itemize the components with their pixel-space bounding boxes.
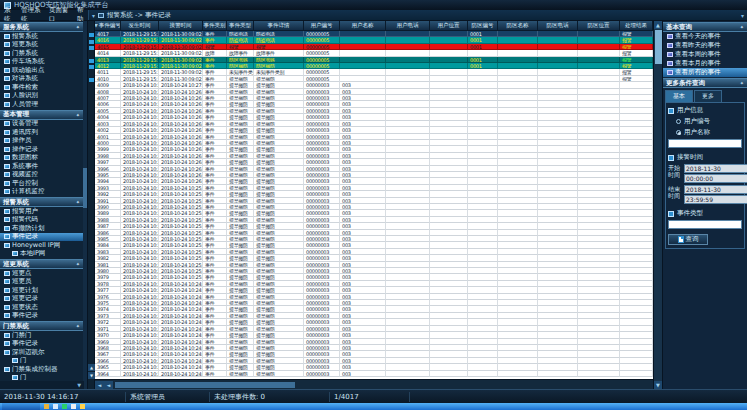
event-type-input[interactable] xyxy=(668,220,742,229)
column-header[interactable]: 防区编号 xyxy=(468,21,498,31)
column-header[interactable]: 用户名称 xyxy=(340,21,386,31)
sidebar-item-label: 操作记录 xyxy=(12,145,38,154)
sidebar-item[interactable]: 巡更记录 xyxy=(0,295,83,304)
sidebar-item[interactable]: 操作员 xyxy=(0,137,83,146)
quick-query-item[interactable]: 查看昨天的事件 xyxy=(663,41,747,50)
sidebar-section-header[interactable]: 服务系统✦ xyxy=(0,22,83,32)
sidebar-item[interactable]: 数据图标 xyxy=(0,154,83,163)
sidebar-item[interactable]: 通讯阵列 xyxy=(0,128,83,137)
sidebar-item[interactable]: 报警系统 xyxy=(0,32,83,41)
sidebar-item[interactable]: 门禁集成控制器 xyxy=(0,365,83,374)
table-row[interactable]: 39642018-10-24 10:24:032018-10-24 10:24:… xyxy=(95,371,653,377)
taskbar-start-edge[interactable] xyxy=(2,403,40,410)
tab-basic[interactable]: 基本 xyxy=(665,90,693,102)
quick-query-item[interactable]: 查看本月的事件 xyxy=(663,59,747,68)
scroll-left2-icon[interactable]: ◄ xyxy=(104,381,113,389)
sidebar-item[interactable]: 巡更点 xyxy=(0,269,83,278)
sidebar-item[interactable]: 事件检索 xyxy=(0,83,83,92)
sidebar-item-label: 视频监控 xyxy=(12,171,38,180)
sidebar-item[interactable]: 本地IP网 xyxy=(0,250,83,259)
column-header[interactable]: ▼事件编号 xyxy=(95,21,121,31)
sidebar-item[interactable]: 深圳迈凯尔 xyxy=(0,348,83,357)
sidebar-section-header[interactable]: 报警系统✦ xyxy=(0,197,83,207)
sidebar-item[interactable]: 巡更状态 xyxy=(0,303,83,312)
sidebar-item[interactable]: 视频监控 xyxy=(0,171,83,180)
sidebar-item[interactable]: 事件记录 xyxy=(0,312,83,321)
scroll-up-icon[interactable]: ▲ xyxy=(654,21,662,29)
sidebar-item[interactable]: 事件记录 xyxy=(0,233,83,242)
sidebar-item-label: 操作员 xyxy=(12,137,32,146)
quick-query-item[interactable]: 查看今天的事件 xyxy=(663,32,747,41)
scroll-left-icon[interactable]: ◄ xyxy=(95,381,104,389)
sidebar-item[interactable]: 联动输出点 xyxy=(0,66,83,75)
sidebar-item[interactable]: 门禁门 xyxy=(0,331,83,340)
sidebar-item[interactable]: 门禁系统 xyxy=(0,49,83,58)
column-header[interactable]: 用户位置 xyxy=(430,21,468,31)
column-header[interactable]: 防区位置 xyxy=(578,21,620,31)
pin-icon[interactable]: ✦ xyxy=(740,24,744,30)
sidebar-item[interactable]: 计算机监控 xyxy=(0,188,83,197)
sidebar-item[interactable]: 事件记录 xyxy=(0,340,83,349)
sidebar-item[interactable]: 操作记录 xyxy=(0,145,83,154)
pin-icon[interactable]: ✦ xyxy=(740,80,744,86)
event-type-checkbox[interactable]: 事件类型 xyxy=(668,209,742,218)
sidebar-item[interactable]: 巡更计划 xyxy=(0,286,83,295)
start-time-input[interactable] xyxy=(684,174,747,183)
sidebar-item[interactable]: 停车场系统 xyxy=(0,58,83,67)
sidebar-item[interactable]: 报警代码 xyxy=(0,216,83,225)
user-filter-input[interactable] xyxy=(668,139,742,148)
sidebar-item[interactable]: Honeywell IP网 xyxy=(0,241,83,250)
sidebar-item[interactable]: 对讲系统 xyxy=(0,75,83,84)
marker-up-button[interactable]: ▲ xyxy=(88,364,95,371)
user-name-radio[interactable]: 用户名称 xyxy=(668,128,742,137)
horizontal-scrollbar[interactable]: ◄ ◄ xyxy=(95,379,653,389)
node-icon xyxy=(667,52,673,57)
sidebar-item[interactable]: 设备管理 xyxy=(0,120,83,129)
sidebar-section-header[interactable]: 巡更系统✦ xyxy=(0,259,83,269)
sidebar-item[interactable]: 门 xyxy=(0,357,83,366)
sidebar-item[interactable]: 布撤防计划 xyxy=(0,224,83,233)
column-header[interactable]: 接警时间 xyxy=(159,21,203,31)
hscroll-thumb[interactable] xyxy=(115,382,295,388)
sidebar-item[interactable]: 系统事件 xyxy=(0,162,83,171)
sidebar-item[interactable]: 人员管理 xyxy=(0,100,83,109)
vertical-scrollbar[interactable]: ▲ ▼ xyxy=(653,21,662,389)
taskbar-strip[interactable] xyxy=(0,403,747,410)
start-date-input[interactable] xyxy=(684,164,747,173)
scroll-down-icon[interactable]: ▼ xyxy=(77,382,81,388)
tab-more[interactable]: 更多 xyxy=(694,90,722,102)
end-date-input[interactable] xyxy=(684,185,747,194)
query-button[interactable]: 查询 xyxy=(668,234,708,245)
column-header[interactable]: 事件详情 xyxy=(254,21,304,31)
column-header[interactable]: 用户电话 xyxy=(386,21,430,31)
sidebar-item[interactable]: 巡更系统 xyxy=(0,41,83,50)
column-header[interactable]: 用户编号 xyxy=(304,21,340,31)
node-icon xyxy=(4,68,10,73)
sidebar-item[interactable]: 巡更员 xyxy=(0,278,83,287)
sidebar-item[interactable]: 平台控制 xyxy=(0,179,83,188)
receive-time-checkbox[interactable]: 接警时间 xyxy=(668,153,742,162)
filter-icon[interactable]: ▼ xyxy=(95,21,98,30)
sidebar-item[interactable]: 报警用户 xyxy=(0,207,83,216)
chevron-down-icon[interactable]: ▾ xyxy=(92,12,95,19)
scroll-down-icon[interactable]: ▼ xyxy=(654,381,662,389)
sidebar-section-header[interactable]: 门禁系统✦ xyxy=(0,321,83,331)
tab-list-icon[interactable]: ▾ xyxy=(741,12,744,19)
column-header[interactable]: 事件类别 xyxy=(203,21,227,31)
sidebar-section-header[interactable]: 基本管理✦ xyxy=(0,110,83,120)
user-info-checkbox[interactable]: 用户信息 xyxy=(668,106,742,115)
end-time-input[interactable] xyxy=(684,195,747,204)
quick-query-item[interactable]: 查看所有的事件 xyxy=(663,68,747,77)
column-header[interactable]: 发生时间 xyxy=(121,21,159,31)
column-header[interactable]: 事件类型 xyxy=(227,21,254,31)
row-marker-bar: ▲ ▼ xyxy=(88,21,95,389)
sidebar-item[interactable]: 人脸识别 xyxy=(0,92,83,101)
column-header[interactable]: 防区电话 xyxy=(538,21,578,31)
column-header[interactable]: 处理结果 xyxy=(620,21,653,31)
sidebar-scrollbar[interactable] xyxy=(83,21,87,389)
vscroll-thumb[interactable] xyxy=(655,30,662,64)
quick-query-item[interactable]: 查看本周的事件 xyxy=(663,50,747,59)
column-header[interactable]: 防区名称 xyxy=(498,21,538,31)
marker-down-button[interactable]: ▼ xyxy=(88,372,95,379)
user-no-radio[interactable]: 用户编号 xyxy=(668,117,742,126)
